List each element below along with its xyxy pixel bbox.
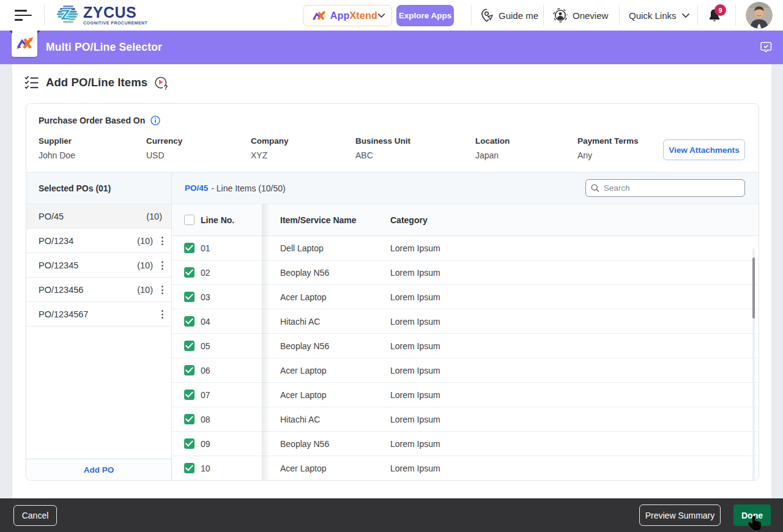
oneview-button[interactable]: Oneview (553, 0, 608, 31)
line-item-checkbox[interactable] (184, 292, 195, 302)
notification-badge: 9 (714, 4, 726, 16)
line-no-cell: 02 (172, 267, 262, 278)
line-no-cell: 05 (172, 341, 262, 351)
po-item-menu-icon[interactable] (157, 285, 167, 295)
line-no-value: 05 (201, 341, 210, 351)
po-name: PO/1234 (39, 236, 137, 246)
guide-me-button[interactable]: Guide me (481, 0, 538, 31)
line-no-value: 10 (201, 464, 210, 473)
category-cell: Lorem Ipsum (390, 243, 759, 253)
explore-apps-button[interactable]: Explore Apps (396, 5, 454, 26)
divider (619, 5, 620, 26)
done-button[interactable]: Done (733, 504, 771, 526)
line-items-header: PO/45 - Line Items (10/50) (172, 172, 759, 204)
line-item-checkbox[interactable] (184, 438, 195, 449)
app-root: ZYCUS COGNITIVE PROCUREMENT AppXtend Exp… (0, 0, 783, 532)
line-no-value: 06 (201, 366, 210, 375)
field-label: Payment Terms (577, 136, 663, 146)
field-value: XYZ (251, 150, 355, 160)
line-item-checkbox[interactable] (184, 365, 195, 375)
line-item-checkbox[interactable] (184, 414, 195, 424)
chevron-down-icon (377, 13, 385, 18)
po-list-item[interactable]: PO/1234567 (26, 302, 171, 327)
category-cell: Lorem Ipsum (390, 317, 759, 327)
item-name-cell: Hitachi AC (262, 317, 390, 327)
preview-summary-button[interactable]: Preview Summary (639, 504, 721, 526)
appxtend-selector[interactable]: AppXtend (303, 5, 392, 26)
item-name-cell: Acer Laptop (262, 390, 390, 400)
panel-header-band: Selected POs (01) PO/45 - Line Items (10… (26, 172, 759, 204)
category-cell: Lorem Ipsum (390, 415, 759, 424)
view-attachments-button[interactable]: View Attachments (663, 139, 745, 160)
field-label: Location (475, 136, 577, 146)
line-item-row: 03Acer LaptopLorem Ipsum (172, 285, 759, 309)
info-icon[interactable] (150, 116, 160, 125)
guide-me-label: Guide me (499, 10, 538, 21)
feedback-check-icon[interactable] (760, 42, 772, 53)
zycus-logo: ZYCUS COGNITIVE PROCUREMENT (56, 5, 147, 25)
notifications-button[interactable]: 9 (707, 0, 725, 31)
line-item-checkbox[interactable] (184, 267, 195, 278)
app-title: Multi PO/Line Selector (46, 31, 162, 64)
avatar-photo (746, 2, 773, 29)
category-cell: Lorem Ipsum (390, 292, 759, 302)
summary-field-currency: CurrencyUSD (146, 136, 251, 160)
divider (697, 5, 698, 26)
svg-text:?: ? (164, 83, 168, 89)
field-value: John Doe (39, 150, 146, 160)
category-cell: Lorem Ipsum (390, 268, 759, 278)
selected-pos-panel: PO/45(10)PO/1234(10)PO/12345(10)PO/12345… (26, 204, 172, 481)
brand-name: ZYCUS (83, 5, 147, 20)
summary-field-supplier: SupplierJohn Doe (39, 136, 146, 160)
po-item-menu-icon[interactable] (157, 260, 167, 270)
appxtend-logo-icon (312, 10, 326, 21)
scrollbar-thumb[interactable] (752, 257, 755, 319)
line-item-checkbox[interactable] (184, 341, 195, 351)
search-input[interactable] (604, 183, 740, 193)
appxtend-label: AppXtend (330, 10, 377, 21)
line-no-value: 01 (201, 243, 210, 253)
field-value: Japan (475, 150, 577, 160)
line-item-row: 05Beoplay N56Lorem Ipsum (172, 334, 759, 358)
po-item-menu-icon[interactable] (157, 236, 167, 246)
cancel-button[interactable]: Cancel (13, 505, 57, 526)
user-avatar[interactable] (746, 2, 773, 29)
video-help-icon[interactable]: ? (154, 76, 169, 90)
field-label: Company (251, 136, 355, 146)
category-cell: Lorem Ipsum (390, 390, 759, 400)
field-value: USD (146, 150, 251, 160)
line-no-value: 08 (201, 415, 210, 424)
location-pin-icon (481, 9, 494, 23)
po-name: PO/123456 (39, 285, 137, 295)
line-no-cell: 04 (172, 316, 262, 327)
field-label: Business Unit (355, 136, 475, 146)
line-item-checkbox[interactable] (184, 463, 195, 473)
po-list-item[interactable]: PO/12345(10) (26, 253, 171, 278)
add-po-button[interactable]: Add PO (26, 459, 172, 481)
hamburger-menu-icon[interactable] (15, 9, 32, 21)
po-list: PO/45(10)PO/1234(10)PO/12345(10)PO/12345… (26, 204, 171, 327)
line-item-checkbox[interactable] (184, 243, 195, 253)
column-item-service-name: Item/Service Name (262, 215, 390, 225)
po-name: PO/12345 (39, 260, 137, 270)
line-item-checkbox[interactable] (184, 390, 195, 400)
item-name-cell: Acer Laptop (262, 366, 390, 375)
line-item-checkbox[interactable] (184, 316, 195, 327)
line-no-value: 03 (201, 292, 210, 302)
quick-links-button[interactable]: Quick Links (629, 0, 690, 31)
po-summary-section: Purchase Order Based On SupplierJohn Doe… (26, 104, 759, 172)
line-item-row: 10Acer LaptopLorem Ipsum (172, 456, 759, 481)
field-value: Any (577, 150, 663, 160)
line-no-cell: 01 (172, 243, 262, 253)
line-item-row: 08Hitachi ACLorem Ipsum (172, 407, 759, 432)
select-all-checkbox[interactable] (184, 215, 195, 225)
po-list-item[interactable]: PO/123456(10) (26, 278, 171, 302)
po-list-item[interactable]: PO/1234(10) (26, 229, 171, 253)
chevron-down-icon (681, 13, 690, 18)
field-label: Currency (146, 136, 251, 146)
po-item-menu-icon[interactable] (157, 309, 167, 319)
line-no-cell: 08 (172, 414, 262, 424)
po-list-item[interactable]: PO/45(10) (26, 204, 171, 229)
line-items-po-link[interactable]: PO/45 (185, 183, 208, 193)
app-icon-tile[interactable] (12, 29, 37, 57)
